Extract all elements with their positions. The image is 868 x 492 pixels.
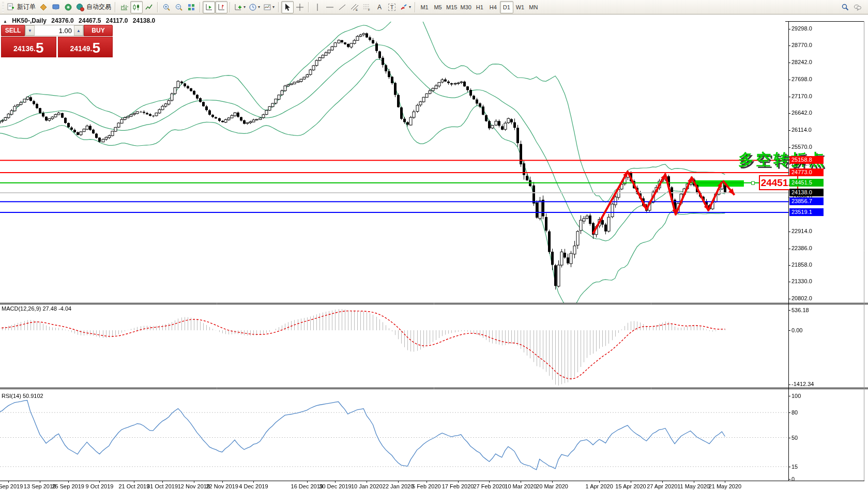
chat-button[interactable] xyxy=(851,1,864,13)
label-tool-icon: T xyxy=(388,4,396,11)
clock-icon xyxy=(249,3,257,11)
new-order-icon xyxy=(7,3,15,11)
dropdown-caret: ▾ xyxy=(409,5,411,9)
zoom-out-button[interactable] xyxy=(173,1,185,13)
horizontal-line-icon xyxy=(326,3,334,11)
auto-scroll-button[interactable] xyxy=(203,1,215,13)
sell-price-main: 24136. xyxy=(13,42,36,55)
autotrading-button[interactable]: 自动交易 xyxy=(74,1,113,13)
tile-windows-button[interactable] xyxy=(185,1,197,13)
text-tool-icon: A xyxy=(377,4,382,11)
auto-scroll-icon xyxy=(205,3,213,11)
add-indicator-icon xyxy=(234,3,242,11)
svg-text:E: E xyxy=(356,8,358,11)
vertical-line-tool-button[interactable] xyxy=(311,1,324,13)
price-level-tag: 24451.5 xyxy=(759,175,798,190)
svg-text:F: F xyxy=(368,8,370,11)
vertical-line-icon xyxy=(313,3,322,11)
arrows-tool-button[interactable]: ▾ xyxy=(398,1,413,13)
buy-price-main: 24149. xyxy=(70,42,93,55)
sell-button[interactable]: SELL xyxy=(1,25,25,36)
timeframe-h1-button[interactable]: H1 xyxy=(473,1,486,13)
new-order-button[interactable]: 新订单 xyxy=(5,1,37,13)
timeframe-m5-button[interactable]: M5 xyxy=(431,1,445,13)
buy-price-display[interactable]: 24149.5 xyxy=(58,37,113,57)
crosshair-icon xyxy=(296,3,304,11)
label-tool-button[interactable]: T xyxy=(386,1,398,13)
sell-price-pips: 5 xyxy=(36,41,44,55)
tile-windows-icon xyxy=(187,3,195,11)
price-chart-canvas[interactable] xyxy=(0,14,868,492)
macd-indicator-label: MACD(12,26,9) 27.48 -4.04 xyxy=(2,305,71,312)
monitor-icon xyxy=(52,3,60,11)
news-button[interactable] xyxy=(62,1,74,13)
bar-chart-icon xyxy=(120,3,128,11)
timeframe-mn-button[interactable]: MN xyxy=(527,1,540,13)
symbol-label: HK50-,Daily xyxy=(12,17,47,24)
one-click-panel-toggle-icon[interactable]: ▲ xyxy=(3,19,7,24)
open-value: 24376.0 xyxy=(51,17,73,24)
timeframe-m30-button[interactable]: M30 xyxy=(459,1,473,13)
candlestick-chart-button[interactable] xyxy=(130,1,143,13)
crosshair-tool-button[interactable] xyxy=(294,1,306,13)
cursor-tool-button[interactable] xyxy=(281,1,294,13)
toolbar-separator xyxy=(415,2,416,12)
rsi-indicator-label: RSI(14) 50.9102 xyxy=(2,393,43,399)
toolbar-separator xyxy=(115,2,116,12)
buy-price-pips: 5 xyxy=(92,41,100,55)
fibonacci-tool-button[interactable]: F xyxy=(361,1,373,13)
template-icon xyxy=(263,3,271,11)
zoom-out-icon xyxy=(175,3,183,11)
close-value: 24138.0 xyxy=(133,17,155,24)
search-icon xyxy=(841,3,849,11)
line-chart-icon xyxy=(145,3,153,11)
timeframe-d1-button[interactable]: D1 xyxy=(500,1,513,13)
mt4-window: 新订单 自动交易 xyxy=(0,0,868,492)
turning-point-annotation: 多空转折点 xyxy=(738,149,826,171)
chart-shift-icon xyxy=(217,3,225,11)
zoom-in-button[interactable] xyxy=(160,1,173,13)
bar-chart-button[interactable] xyxy=(118,1,130,13)
toolbar: 新订单 自动交易 xyxy=(0,0,868,14)
chart-shift-button[interactable] xyxy=(215,1,227,13)
line-chart-button[interactable] xyxy=(143,1,155,13)
timeframe-m15-button[interactable]: M15 xyxy=(445,1,459,13)
trendline-tool-button[interactable] xyxy=(336,1,348,13)
add-indicator-button[interactable]: ▾ xyxy=(233,1,247,13)
periods-button[interactable]: ▾ xyxy=(247,1,262,13)
broadcast-icon xyxy=(64,3,72,11)
buy-button[interactable]: BUY xyxy=(84,25,113,36)
cursor-icon xyxy=(283,3,292,11)
text-tool-button[interactable]: A xyxy=(373,1,386,13)
new-order-label: 新订单 xyxy=(17,3,36,11)
timeframe-h4-button[interactable]: H4 xyxy=(486,1,500,13)
channel-tool-button[interactable]: E xyxy=(348,1,361,13)
autotrading-label: 自动交易 xyxy=(86,3,111,11)
candlestick-chart-icon xyxy=(132,3,141,11)
low-value: 24117.0 xyxy=(106,17,128,24)
timeframe-m1-button[interactable]: M1 xyxy=(418,1,431,13)
toolbar-separator xyxy=(230,2,231,12)
sell-price-display[interactable]: 24136.5 xyxy=(1,37,56,57)
market-watch-button[interactable] xyxy=(50,1,62,13)
volume-increase-button[interactable]: ▲ xyxy=(74,25,83,36)
toolbar-separator xyxy=(308,2,309,12)
toolbar-separator xyxy=(200,2,201,12)
gold-badge-icon xyxy=(39,3,48,11)
search-button[interactable] xyxy=(839,1,851,13)
toolbar-separator xyxy=(278,2,279,12)
toolbar-grip xyxy=(2,2,4,12)
trendline-icon xyxy=(338,3,346,11)
volume-input[interactable] xyxy=(35,25,74,36)
arrow-objects-icon xyxy=(400,3,408,11)
templates-button[interactable]: ▾ xyxy=(262,1,276,13)
timeframe-w1-button[interactable]: W1 xyxy=(513,1,527,13)
equidistant-channel-icon: E xyxy=(351,3,359,11)
horizontal-line-tool-button[interactable] xyxy=(324,1,336,13)
chat-icon xyxy=(854,3,862,11)
dropdown-caret: ▾ xyxy=(243,5,246,9)
autotrading-icon xyxy=(76,3,84,11)
dropdown-caret: ▾ xyxy=(258,5,260,9)
metaeditor-button[interactable] xyxy=(37,1,50,13)
volume-decrease-button[interactable]: ▼ xyxy=(25,25,35,36)
